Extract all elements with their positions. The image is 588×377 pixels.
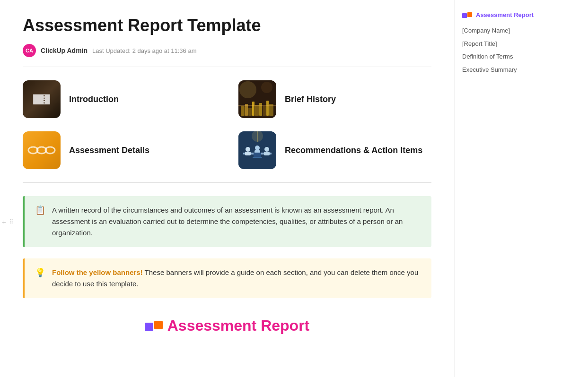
card-thumb-assessment-details	[23, 131, 61, 169]
sidebar-sq-orange	[467, 12, 472, 17]
svg-rect-4	[252, 102, 255, 116]
sidebar-logo-icon	[462, 12, 472, 18]
meeting-visual	[238, 131, 276, 169]
card-assessment-details[interactable]: Assessment Details	[23, 131, 216, 169]
sidebar-item-company-name[interactable]: [Company Name]	[462, 24, 560, 37]
author-name: ClickUp Admin	[41, 47, 88, 54]
logo-square-orange	[154, 321, 163, 329]
svg-point-20	[255, 146, 260, 150]
footer-logo: Assessment Report	[23, 317, 431, 334]
sidebar-nav: [Company Name] [Report Title] Definition…	[462, 24, 560, 76]
footer-logo-icon	[145, 321, 163, 331]
last-updated-value: 2 days ago at 11:36 am	[132, 47, 197, 54]
card-thumb-introduction: 🎫	[23, 80, 61, 118]
add-handle[interactable]: +	[2, 218, 6, 226]
page-title: Assessment Report Template	[23, 15, 431, 35]
sidebar-item-executive-summary[interactable]: Executive Summary	[462, 63, 560, 77]
svg-rect-7	[263, 106, 266, 116]
library-visual	[238, 80, 276, 118]
chain-visual	[23, 131, 61, 169]
introduction-icon: 🎫	[23, 80, 61, 118]
card-introduction[interactable]: 🎫 Introduction	[23, 80, 216, 118]
green-callout-icon: 📋	[35, 205, 45, 215]
last-updated-label: Last Updated:	[92, 47, 131, 54]
svg-point-12	[261, 82, 272, 93]
svg-rect-1	[241, 106, 245, 116]
divider-top	[23, 67, 431, 67]
svg-rect-24	[254, 153, 261, 157]
sidebar-title-text: Assessment Report	[476, 11, 534, 18]
svg-point-18	[246, 147, 250, 152]
sidebar-item-report-title[interactable]: [Report Title]	[462, 37, 560, 51]
svg-rect-8	[266, 101, 269, 116]
sidebar-section-title: Assessment Report	[462, 11, 560, 18]
card-label-brief-history: Brief History	[285, 94, 336, 104]
green-callout-wrapper: + ⠿ 📋 A written record of the circumstan…	[23, 196, 431, 247]
sidebar-item-definition-of-terms[interactable]: Definition of Terms	[462, 50, 560, 63]
yellow-callout-icon: 💡	[35, 267, 45, 278]
green-callout-text: A written record of the circumstances an…	[52, 205, 421, 239]
yellow-callout-bold: Follow the yellow banners!	[52, 268, 143, 276]
svg-rect-23	[264, 152, 270, 155]
author-bar: CA ClickUp Admin Last Updated: 2 days ag…	[23, 44, 431, 57]
logo-square-purple	[145, 323, 153, 331]
yellow-callout: 💡 Follow the yellow banners! These banne…	[23, 258, 431, 298]
green-callout: 📋 A written record of the circumstances …	[23, 196, 431, 247]
svg-rect-19	[245, 152, 251, 155]
avatar: CA	[23, 44, 36, 57]
sidebar: Assessment Report [Company Name] [Report…	[454, 0, 568, 377]
card-brief-history[interactable]: Brief History	[238, 80, 431, 118]
card-label-introduction: Introduction	[69, 94, 119, 104]
svg-rect-3	[248, 108, 252, 116]
yellow-callout-text: Follow the yellow banners! These banners…	[52, 267, 421, 290]
svg-point-22	[264, 147, 269, 152]
card-label-assessment-details: Assessment Details	[69, 146, 149, 155]
svg-rect-5	[255, 105, 259, 116]
cards-grid: 🎫 Introduction	[23, 80, 431, 169]
divider-middle	[23, 182, 431, 183]
footer-logo-label: Assessment Report	[167, 317, 310, 334]
drag-handle[interactable]: ⠿	[9, 218, 14, 225]
main-content: Assessment Report Template CA ClickUp Ad…	[0, 0, 454, 377]
footer-logo-text: Assessment Report	[23, 317, 431, 334]
svg-point-11	[239, 81, 256, 98]
svg-rect-25	[253, 157, 262, 158]
card-thumb-recommendations	[238, 131, 276, 169]
sidebar-sq-purple	[462, 13, 467, 18]
svg-rect-10	[238, 105, 276, 106]
card-label-recommendations: Recommendations & Action Items	[285, 146, 422, 155]
card-thumb-brief-history	[238, 80, 276, 118]
last-updated: Last Updated: 2 days ago at 11:36 am	[92, 47, 196, 54]
card-recommendations[interactable]: Recommendations & Action Items	[238, 131, 431, 169]
